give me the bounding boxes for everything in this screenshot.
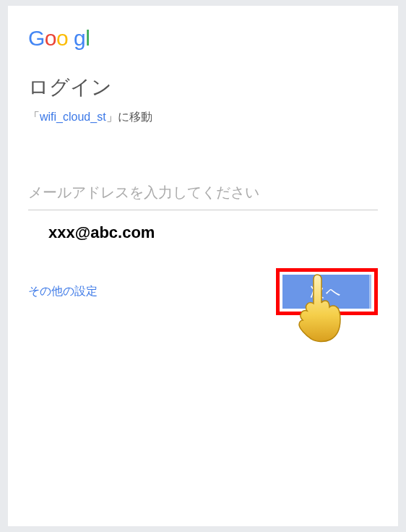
subtitle: 「wifi_cloud_st」に移動 (28, 110, 378, 125)
input-area: メールアドレスを入力してください xxx@abc.com (28, 183, 378, 242)
subtitle-suffix: 」に移動 (106, 111, 152, 123)
logo-letter-o2: o (56, 26, 68, 50)
login-card: Goo gl ログイン 「wifi_cloud_st」に移動 メールアドレスを入… (8, 6, 398, 526)
email-value: xxx@abc.com (48, 223, 378, 242)
logo-letter-g2: g (74, 26, 85, 50)
page-title: ログイン (28, 74, 378, 101)
logo-space (68, 26, 74, 50)
subtitle-prefix: 「 (28, 111, 40, 123)
next-button-highlight: 次へ (276, 268, 378, 315)
other-settings-link[interactable]: その他の設定 (28, 284, 98, 299)
next-button[interactable]: 次へ (282, 275, 371, 309)
email-placeholder[interactable]: メールアドレスを入力してください (28, 183, 378, 210)
logo-letter-o1: o (45, 26, 56, 50)
logo-letter-g1: G (28, 26, 45, 50)
logo-letter-l: l (85, 26, 90, 50)
google-logo: Goo gl (28, 26, 378, 51)
actions-row: その他の設定 次へ (28, 268, 378, 315)
subtitle-link[interactable]: wifi_cloud_st (40, 111, 106, 123)
